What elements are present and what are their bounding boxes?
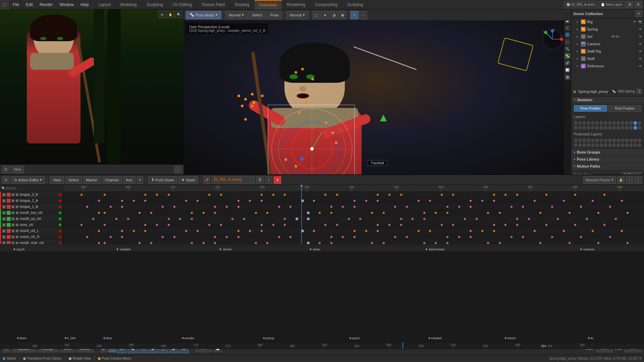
keyframe-dot[interactable] — [98, 212, 100, 214]
keyframe-dot[interactable] — [330, 212, 332, 214]
channel-search-input[interactable] — [5, 186, 61, 190]
keyframe-dot[interactable] — [458, 206, 460, 208]
layer-dot[interactable] — [629, 121, 633, 125]
bone-props-icon[interactable]: 🦴 — [565, 53, 571, 59]
keyframe-dot[interactable] — [493, 224, 495, 226]
left-panel-options[interactable]: ⋮ — [174, 166, 182, 173]
channel-item[interactable]: ▸ mouth_low_ctrl — [0, 210, 63, 216]
camera-icon[interactable]: 📷 — [638, 20, 642, 23]
keyframe-dot[interactable] — [144, 194, 146, 196]
layer-dot[interactable] — [604, 121, 607, 125]
keyframe-dot[interactable] — [441, 194, 443, 196]
keyframe-dot[interactable] — [121, 236, 123, 238]
protected-layer-dot[interactable] — [621, 138, 625, 142]
keyframe-dot[interactable] — [278, 236, 280, 238]
layer-dot[interactable] — [591, 121, 595, 125]
preview-grid-btn[interactable]: ⊞ — [158, 11, 166, 18]
channel-item[interactable]: ▸ tongue_2_ik — [0, 198, 63, 204]
wire-shading-btn[interactable]: ◻ — [312, 11, 320, 19]
eye-icon[interactable]: 👁 — [633, 20, 636, 24]
layer-dot[interactable] — [621, 126, 625, 130]
keyframe-dot[interactable] — [609, 236, 611, 238]
protected-layer-dot[interactable] — [621, 143, 625, 147]
menu-help[interactable]: Help — [77, 0, 92, 9]
keyframe-dot[interactable] — [522, 206, 524, 208]
keyframe-dot[interactable] — [278, 206, 280, 208]
scene-item-staff[interactable]: ▸ ◻ Staff 👁 — [571, 55, 644, 62]
ae-pin-icon[interactable]: 📌 — [203, 176, 210, 184]
keyframe-dot[interactable] — [191, 242, 193, 244]
keyframe-dot[interactable] — [441, 224, 443, 226]
keyframe-dot[interactable] — [261, 194, 263, 196]
keyframe-dot[interactable] — [446, 212, 448, 214]
scene-name[interactable]: 🔘 02_055_A.anim — [564, 1, 597, 8]
keyframe-dot[interactable] — [197, 200, 199, 202]
keyframe-dot[interactable] — [621, 200, 623, 202]
keyframe-dot[interactable] — [452, 194, 454, 196]
keyframe-dot[interactable] — [511, 206, 513, 208]
keyframe-dot[interactable] — [313, 230, 315, 232]
keyframe-dot[interactable] — [597, 212, 599, 214]
keyframe-dot[interactable] — [388, 194, 390, 196]
keyframe-dot[interactable] — [446, 236, 448, 238]
layer-dot[interactable] — [638, 121, 641, 125]
protected-layer-dot[interactable] — [595, 143, 599, 147]
data-props-icon[interactable]: 📊 — [565, 67, 571, 73]
keyframe-dot[interactable] — [324, 194, 326, 196]
menu-file[interactable]: File — [9, 0, 22, 9]
layer-dot[interactable] — [638, 126, 641, 130]
blender-logo[interactable]: ⬡ — [0, 0, 9, 9]
keyframe-dot[interactable] — [313, 200, 315, 202]
keyframe-dot[interactable] — [307, 212, 310, 214]
protected-layer-dot[interactable] — [608, 138, 612, 142]
scene-item-camera[interactable]: ▸ 📷 Camera 👁 — [571, 40, 644, 48]
filter-icon[interactable]: ⚙ — [635, 10, 642, 17]
keyframe-dot[interactable] — [423, 218, 425, 220]
keyframe-dot[interactable] — [615, 218, 617, 220]
keyframe-dot[interactable] — [220, 224, 222, 226]
protected-layer-dot[interactable] — [634, 143, 637, 147]
workspace-tab-uv-editing[interactable]: UV Editing — [168, 0, 197, 9]
workspace-tab-layout[interactable]: Layout — [94, 0, 116, 9]
keyframe-dot[interactable] — [162, 236, 164, 238]
layer-dot[interactable] — [608, 121, 612, 125]
workspace-tab-sculpting[interactable]: Sculpting — [142, 0, 168, 9]
keyframe-dot[interactable] — [121, 200, 123, 202]
preview-move-btn[interactable]: ✋ — [167, 11, 174, 18]
pose-btn[interactable]: Pose — [267, 11, 282, 19]
layer-dot[interactable] — [587, 121, 590, 125]
layer-dot[interactable] — [625, 126, 629, 130]
keyframe-dot[interactable] — [423, 212, 425, 214]
keyframe-dot[interactable] — [121, 206, 123, 208]
keyframe-dot[interactable] — [203, 212, 205, 214]
keyframe-dot[interactable] — [487, 212, 489, 214]
keyframe-dot[interactable] — [104, 194, 106, 196]
layer-dot[interactable] — [595, 121, 599, 125]
keyframe-dot[interactable] — [574, 224, 576, 226]
keyframe-dot[interactable] — [452, 224, 454, 226]
paths-type-dropdown[interactable]: In Range — [622, 172, 641, 174]
keyframe-dot[interactable] — [92, 218, 94, 220]
keyframe-dot[interactable] — [365, 230, 367, 232]
keyframe-dot[interactable] — [354, 206, 356, 208]
keyframe-dot[interactable] — [214, 206, 216, 208]
layer-dot[interactable] — [625, 121, 629, 125]
scene-item-spring[interactable]: ▸ 🦴 Spring 👁 — [571, 25, 644, 33]
keyframe-dot[interactable] — [301, 230, 304, 232]
layer-dot[interactable] — [616, 121, 620, 125]
protected-layer-dot[interactable] — [582, 138, 586, 142]
keyframe-dot[interactable] — [330, 236, 332, 238]
protected-layer-dot[interactable] — [625, 138, 629, 142]
keyframe-dot[interactable] — [162, 206, 164, 208]
workspace-tab-compositing[interactable]: Compositing — [310, 0, 342, 9]
keyframe-dot[interactable] — [423, 242, 425, 244]
workspace-tab-modeling[interactable]: Modeling — [116, 0, 142, 9]
pose-mode-btn[interactable]: 🦴 Pose Mode ▾ — [186, 11, 221, 19]
keyframe-dot[interactable] — [418, 200, 420, 202]
protected-layer-dot[interactable] — [638, 143, 641, 147]
layer-dot[interactable] — [578, 121, 582, 125]
protected-layer-dot[interactable] — [616, 138, 620, 142]
layer-dot[interactable] — [604, 126, 607, 130]
keyframe-dot[interactable] — [115, 218, 117, 220]
keyframe-dot[interactable] — [144, 200, 146, 202]
